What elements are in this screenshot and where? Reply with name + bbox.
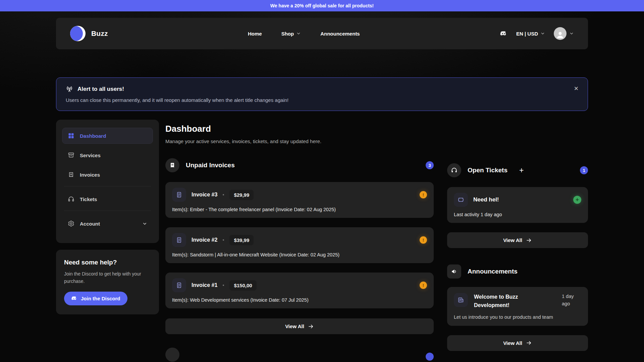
avatar xyxy=(554,27,567,40)
sidebar-item-invoices[interactable]: Invoices xyxy=(62,167,153,183)
ticket-icon xyxy=(454,193,468,207)
headset-icon xyxy=(447,163,461,177)
invoice-card[interactable]: Invoice #3 $29,99 ! Item(s): Ember - The… xyxy=(165,182,434,218)
locale-currency-selector[interactable]: EN | USD xyxy=(516,31,545,37)
view-all-label: View All xyxy=(285,323,304,329)
headset-icon xyxy=(68,196,74,202)
announcement-time: 1 day ago xyxy=(562,293,581,308)
announcement-title: Welcome to Buzz Development! xyxy=(474,293,556,310)
sidebar-item-tickets[interactable]: Tickets xyxy=(62,191,153,207)
unpaid-invoices-title: Unpaid Invoices xyxy=(186,162,235,169)
view-all-label: View All xyxy=(503,340,522,346)
gear-icon xyxy=(68,220,74,227)
page-title: Dashboard xyxy=(165,124,434,134)
open-tickets-title: Open Tickets xyxy=(468,167,507,174)
megaphone-icon xyxy=(447,264,461,279)
unpaid-invoices-header: Unpaid Invoices 3 xyxy=(165,158,434,172)
divider xyxy=(64,186,151,186)
invoice-name: Invoice #3 xyxy=(192,192,217,198)
ticket-name: Need hel! xyxy=(473,196,499,203)
divider xyxy=(64,210,151,211)
chevron-down-icon xyxy=(142,221,147,226)
separator-dot xyxy=(223,194,224,195)
nav-home-label: Home xyxy=(248,31,262,37)
open-tickets-count-badge: 1 xyxy=(580,166,588,174)
separator-dot xyxy=(223,285,224,286)
invoice-details: Item(s): Web Development services (Invoi… xyxy=(172,297,427,303)
page-subtitle: Manage your active services, invoices, t… xyxy=(165,138,434,144)
chevron-down-icon xyxy=(296,31,301,36)
receipt-icon xyxy=(165,158,179,172)
sidebar-item-account[interactable]: Account xyxy=(62,216,153,232)
alert-title: Alert to all users! xyxy=(77,86,124,93)
brand-link[interactable]: Buzz xyxy=(70,26,108,41)
unpaid-status-icon: ! xyxy=(420,236,427,244)
nav-item-shop[interactable]: Shop xyxy=(281,31,301,37)
arrow-right-icon xyxy=(526,340,532,346)
join-discord-label: Join the Discord xyxy=(81,296,120,301)
sidebar-label-invoices: Invoices xyxy=(80,172,100,178)
invoices-view-all-button[interactable]: View All xyxy=(165,318,434,334)
sidebar-item-dashboard[interactable]: Dashboard xyxy=(62,128,153,144)
sale-banner-text: We have a 20% off global sale for all pr… xyxy=(270,3,374,8)
view-all-label: View All xyxy=(503,237,522,243)
alert-message: Users can close this permanently, and it… xyxy=(66,97,578,103)
invoice-name: Invoice #1 xyxy=(192,282,217,288)
invoice-card[interactable]: Invoice #2 $39,99 ! Item(s): Sandstorm |… xyxy=(165,227,434,263)
invoice-amount: $29,99 xyxy=(229,190,254,200)
help-title: Need some help? xyxy=(64,259,151,266)
newspaper-icon xyxy=(454,293,468,307)
header-right: EN | USD xyxy=(500,27,574,40)
add-ticket-button[interactable]: + xyxy=(519,167,524,174)
sidebar-item-services[interactable]: Services xyxy=(62,147,153,163)
ticket-activity: Last activity 1 day ago xyxy=(454,212,581,217)
header: Buzz Home Shop Announcements EN | USD xyxy=(56,18,588,49)
arrow-right-icon xyxy=(308,323,314,329)
chevron-down-icon xyxy=(540,31,545,36)
sidebar-label-dashboard: Dashboard xyxy=(80,133,106,139)
announcements-header: Announcements xyxy=(447,264,588,279)
locale-label: EN | USD xyxy=(516,31,538,37)
help-text: Join the Discord to get help with your p… xyxy=(64,270,151,285)
invoice-details: Item(s): Sandstorm | All-in-one Minecraf… xyxy=(172,252,427,257)
ticket-card[interactable]: Need hel! + Last activity 1 day ago xyxy=(447,187,588,223)
global-alert: Alert to all users! Users can close this… xyxy=(56,77,588,111)
unpaid-status-icon: ! xyxy=(420,191,427,198)
invoice-doc-icon xyxy=(172,278,186,292)
join-discord-button[interactable]: Join the Discord xyxy=(64,292,127,305)
page-container: Buzz Home Shop Announcements EN | USD xyxy=(56,18,588,362)
person-icon xyxy=(556,30,565,39)
nav-item-home[interactable]: Home xyxy=(248,31,262,37)
main-nav: Home Shop Announcements xyxy=(108,31,500,37)
announcements-title: Announcements xyxy=(468,268,518,275)
arrow-right-icon xyxy=(526,237,532,243)
grid-icon xyxy=(68,132,74,139)
sidebar: Dashboard Services Invoices Tickets xyxy=(56,120,159,243)
sidebar-label-account: Account xyxy=(80,221,100,227)
archive-box-icon xyxy=(68,152,74,159)
close-icon[interactable]: ✕ xyxy=(574,85,579,92)
invoice-card[interactable]: Invoice #1 $150,00 ! Item(s): Web Develo… xyxy=(165,273,434,308)
nav-item-announcements[interactable]: Announcements xyxy=(320,31,360,37)
invoice-doc-icon xyxy=(172,233,186,247)
account-menu[interactable] xyxy=(554,27,574,40)
unpaid-invoices-count-badge: 3 xyxy=(426,161,434,169)
invoice-name: Invoice #2 xyxy=(192,237,217,243)
discord-icon[interactable] xyxy=(500,30,507,38)
section-icon xyxy=(165,348,179,362)
discord-icon xyxy=(71,295,77,302)
invoice-amount: $39,99 xyxy=(229,235,254,245)
next-section-header-partial xyxy=(165,348,434,362)
announcements-view-all-button[interactable]: View All xyxy=(447,335,588,351)
announcement-card[interactable]: Welcome to Buzz Development! 1 day ago L… xyxy=(447,287,588,326)
sidebar-label-tickets: Tickets xyxy=(80,196,97,202)
chevron-down-icon xyxy=(569,31,574,36)
open-tickets-header: Open Tickets + 1 xyxy=(447,163,588,177)
unpaid-status-icon: ! xyxy=(420,282,427,289)
tickets-view-all-button[interactable]: View All xyxy=(447,232,588,248)
receipt-icon xyxy=(68,171,74,178)
broadcast-icon xyxy=(66,85,73,93)
buzz-logo-icon xyxy=(70,26,86,41)
sidebar-label-services: Services xyxy=(80,153,101,158)
announcement-text: Let us introduce you to our products and… xyxy=(454,314,581,320)
